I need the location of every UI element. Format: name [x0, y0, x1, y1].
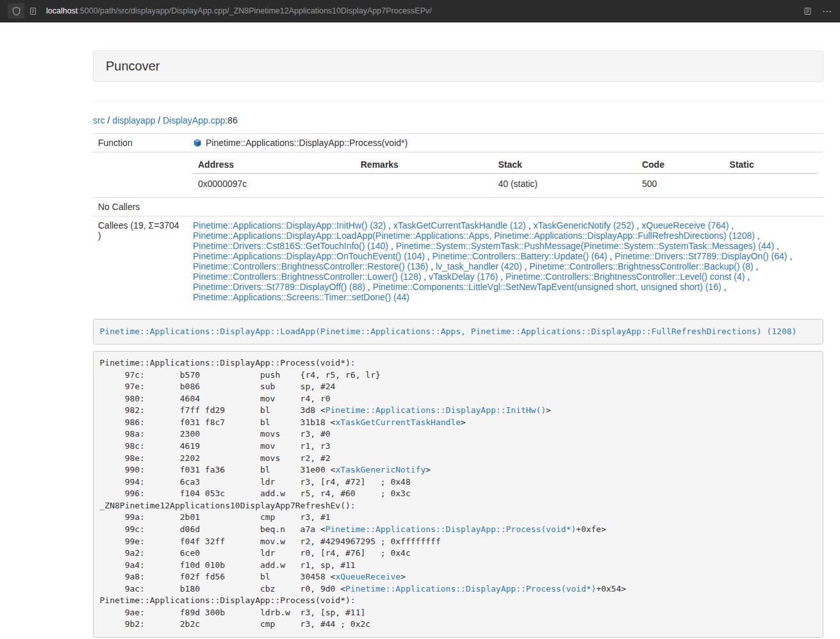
no-callers-row: No Callers	[93, 198, 823, 216]
divider	[93, 101, 823, 102]
callee-link[interactable]: Pinetime::Drivers::Cst816S::GetTouchInfo…	[193, 241, 388, 251]
callee-link[interactable]: Pinetime::Controllers::BrightnessControl…	[193, 271, 421, 282]
function-row-label: Function	[93, 134, 188, 152]
breadcrumb-link-displayapp[interactable]: displayapp	[112, 115, 155, 125]
stats-value-row: 0x0000097c 40 (static) 500	[193, 174, 818, 193]
callee-link[interactable]: Pinetime::Controllers::BrightnessControl…	[506, 271, 745, 282]
stats-header-row: Address Remarks Stack Code Static	[193, 156, 818, 174]
callees-list: Pinetime::Applications::DisplayApp::Init…	[188, 216, 823, 307]
breadcrumb-link-src[interactable]: src	[93, 115, 105, 125]
stats-cell: Address Remarks Stack Code Static 0x0000…	[188, 152, 823, 198]
static-value	[725, 174, 818, 193]
callee-link[interactable]: Pinetime::System::SystemTask::PushMessag…	[396, 241, 775, 251]
page-info-icon[interactable]	[24, 3, 41, 19]
callee-link[interactable]: Pinetime::Drivers::St7789::DisplayOn() (…	[614, 251, 787, 261]
address-value: 0x0000097c	[193, 174, 356, 193]
callees-label: Callees (19, Σ=3704 )	[93, 216, 188, 307]
breadcrumb: src / displayapp / DisplayApp.cpp:86	[93, 115, 823, 125]
app-header: Puncover	[93, 51, 823, 82]
code-symbol-link[interactable]: Pinetime::Applications::DisplayApp::Proc…	[325, 524, 576, 534]
remarks-value	[356, 174, 493, 193]
callee-link[interactable]: Pinetime::Applications::DisplayApp::Load…	[193, 231, 755, 241]
code-symbol-link[interactable]: xQueueReceive	[335, 572, 400, 581]
callee-link[interactable]: Pinetime::Drivers::St7789::DisplayOff() …	[193, 282, 365, 292]
no-callers-label: No Callers	[93, 198, 188, 216]
callee-link[interactable]: Pinetime::Applications::Screens::Timer::…	[193, 292, 409, 302]
tracking-protection-shield-icon[interactable]	[8, 3, 24, 19]
function-row: Function Pinetime::Applications::Display…	[93, 134, 823, 152]
highlighted-callee-link[interactable]: Pinetime::Applications::DisplayApp::Load…	[100, 327, 797, 336]
url-host: localhost	[46, 6, 78, 15]
function-stats-row: Address Remarks Stack Code Static 0x0000…	[93, 152, 823, 198]
reader-view-icon[interactable]	[799, 3, 816, 19]
callee-link[interactable]: Pinetime::Applications::DisplayApp::Init…	[193, 220, 386, 231]
page-title: Puncover	[106, 59, 160, 73]
callee-link[interactable]: Pinetime::Components::LittleVgl::SetNewT…	[373, 282, 721, 292]
code-symbol-link[interactable]: xTaskGetCurrentTaskHandle	[335, 417, 461, 427]
column-header-address: Address	[193, 156, 356, 174]
callee-link[interactable]: lv_task_handler (420)	[436, 261, 522, 271]
callee-link[interactable]: xTaskGetCurrentTaskHandle (12)	[393, 220, 526, 231]
breadcrumb-link-file[interactable]: DisplayApp.cpp	[163, 115, 225, 125]
function-symbol-icon	[193, 138, 202, 147]
stats-table: Address Remarks Stack Code Static 0x0000…	[193, 156, 818, 193]
function-name-cell: Pinetime::Applications::DisplayApp::Proc…	[188, 134, 823, 152]
no-callers-cell	[188, 198, 823, 216]
function-name: Pinetime::Applications::DisplayApp::Proc…	[206, 138, 408, 148]
column-header-static: Static	[725, 156, 818, 174]
empty-row-label	[93, 152, 188, 198]
function-detail-table: Function Pinetime::Applications::Display…	[93, 133, 823, 306]
callee-link[interactable]: Pinetime::Controllers::Battery::Update()…	[432, 251, 607, 261]
column-header-code: Code	[637, 156, 725, 174]
callee-link[interactable]: xQueueReceive (764)	[641, 220, 729, 231]
page-content: Puncover src / displayapp / DisplayApp.c…	[93, 51, 823, 638]
code-symbol-link[interactable]: Pinetime::Applications::DisplayApp::Proc…	[345, 584, 596, 594]
url-path: :5000/path/src/displayapp/DisplayApp.cpp…	[78, 6, 431, 15]
callee-link[interactable]: Pinetime::Controllers::BrightnessControl…	[193, 261, 428, 271]
code-symbol-link[interactable]: Pinetime::Applications::DisplayApp::Init…	[325, 405, 546, 415]
column-header-stack: Stack	[493, 156, 636, 174]
callee-link[interactable]: Pinetime::Applications::DisplayApp::OnTo…	[193, 251, 425, 261]
callee-link[interactable]: vTaskDelay (176)	[429, 271, 498, 282]
highlighted-symbol-panel: Pinetime::Applications::DisplayApp::Load…	[93, 319, 823, 344]
callee-link[interactable]: Pinetime::Controllers::BrightnessControl…	[529, 261, 753, 271]
callees-row: Callees (19, Σ=3704 ) Pinetime::Applicat…	[93, 216, 823, 307]
callee-link[interactable]: xTaskGenericNotify (252)	[533, 220, 634, 231]
code-symbol-link[interactable]: xTaskGenericNotify	[335, 465, 425, 474]
url-bar[interactable]: localhost:5000/path/src/displayapp/Displ…	[46, 6, 794, 15]
column-header-remarks: Remarks	[356, 156, 493, 174]
browser-toolbar: localhost:5000/path/src/displayapp/Displ…	[0, 0, 840, 22]
stack-value: 40 (static)	[493, 174, 636, 193]
overflow-menu-icon[interactable]: ⋯	[822, 6, 832, 16]
code-value: 500	[637, 174, 725, 193]
disassembly-listing: Pinetime::Applications::DisplayApp::Proc…	[93, 351, 823, 638]
